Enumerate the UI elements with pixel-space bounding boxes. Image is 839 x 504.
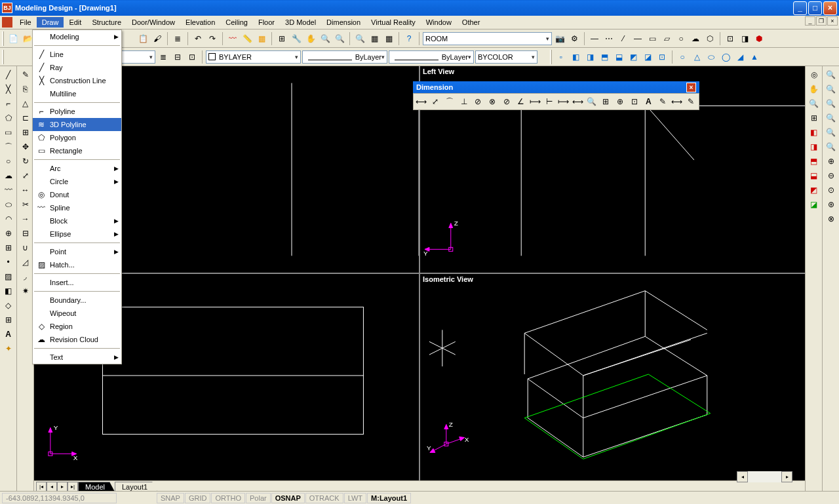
- menu-structure[interactable]: Structure: [87, 17, 127, 28]
- box-icon[interactable]: ▫: [555, 50, 568, 64]
- fillet-icon[interactable]: ◞: [19, 270, 32, 283]
- menu-item-ellipse[interactable]: Ellipse▶: [33, 227, 121, 241]
- zooms-icon[interactable]: ⊛: [825, 198, 838, 211]
- line-icon[interactable]: ╱: [2, 68, 15, 81]
- menu-item-line[interactable]: ╱Line: [33, 48, 121, 61]
- block-icon[interactable]: ⊞: [2, 241, 15, 254]
- new-icon[interactable]: 📄: [7, 32, 20, 45]
- dimtedit-icon[interactable]: ✎: [656, 95, 669, 108]
- dimrad-icon[interactable]: ⊘: [472, 95, 485, 108]
- zoome-icon[interactable]: 🔍: [825, 111, 838, 125]
- mirror-icon[interactable]: △: [19, 97, 32, 110]
- ltype3-icon[interactable]: ∕: [617, 32, 630, 45]
- zoomrt-icon[interactable]: 🔍: [825, 68, 838, 81]
- qdim-icon[interactable]: ▦: [255, 32, 268, 45]
- menu-item-insert[interactable]: Insert...: [33, 276, 121, 289]
- pan-icon[interactable]: ✋: [304, 32, 317, 45]
- menu-item-constructionline[interactable]: ╳Construction Line: [33, 74, 121, 87]
- menu-floor[interactable]: Floor: [253, 17, 280, 28]
- stretch-icon[interactable]: ↔: [19, 184, 32, 197]
- menu-other[interactable]: Other: [457, 17, 486, 28]
- status-osnap[interactable]: OSNAP: [271, 493, 305, 503]
- view2-icon[interactable]: ▦: [382, 32, 395, 45]
- plotstyle-combo[interactable]: BYCOLOR ▾: [475, 50, 537, 64]
- status-lwt[interactable]: LWT: [344, 493, 366, 503]
- tool-b-icon[interactable]: ◨: [738, 32, 751, 45]
- scroll-left-icon[interactable]: ◂: [737, 471, 748, 482]
- rect-icon[interactable]: ▭: [2, 126, 15, 139]
- dimedit-icon[interactable]: A: [642, 95, 655, 108]
- mdi-close[interactable]: ×: [827, 16, 838, 26]
- render-icon[interactable]: ⚙: [568, 32, 581, 45]
- explode-icon[interactable]: ✷: [19, 284, 32, 298]
- tool-a-icon[interactable]: ⊡: [724, 32, 737, 45]
- dimdia-icon[interactable]: ⊘: [500, 95, 513, 108]
- status-ortho[interactable]: ORTHO: [211, 493, 245, 503]
- shape-circ-icon[interactable]: ○: [674, 32, 688, 45]
- layer-state-icon[interactable]: ⊟: [171, 50, 184, 64]
- menu-doorwindow[interactable]: Door/Window: [127, 17, 180, 28]
- zoomwin-icon[interactable]: 🔍: [353, 32, 366, 45]
- menu-item-block[interactable]: Block▶: [33, 214, 121, 227]
- scale-icon[interactable]: ⤢: [19, 169, 32, 182]
- menu-virtualreality[interactable]: Virtual Reality: [366, 17, 421, 28]
- menu-window[interactable]: Window: [421, 17, 457, 28]
- qdim-icon[interactable]: ⟼: [528, 95, 541, 108]
- 3dorbit-icon[interactable]: ◎: [808, 68, 821, 81]
- join-icon[interactable]: ∪: [19, 241, 32, 254]
- menu-ceiling[interactable]: Ceiling: [220, 17, 253, 28]
- status-polar[interactable]: Polar: [246, 493, 271, 503]
- ellipse-icon[interactable]: ⬭: [2, 198, 15, 211]
- zooma-icon[interactable]: 🔍: [825, 140, 838, 153]
- dimarc-icon[interactable]: ⌒: [443, 95, 456, 108]
- dimjog-icon[interactable]: ⊗: [486, 95, 499, 108]
- rotate-icon[interactable]: ↻: [19, 155, 32, 168]
- mdi-restore[interactable]: ❐: [816, 16, 827, 26]
- measure-icon[interactable]: 〰: [226, 32, 239, 45]
- zoomc-icon[interactable]: ⊙: [825, 184, 838, 197]
- menu-item-polyline[interactable]: ⌐Polyline: [33, 105, 121, 118]
- status-mlayout1[interactable]: M:Layout1: [367, 493, 411, 503]
- vp6-icon[interactable]: ◪: [808, 198, 821, 211]
- viewport-isometric[interactable]: Isometric View: [420, 274, 805, 480]
- ltype1-icon[interactable]: —: [588, 32, 601, 45]
- status-coords[interactable]: -643.0892,11394.9345,0: [2, 493, 117, 503]
- menu-item-arc[interactable]: Arc▶: [33, 162, 121, 175]
- block-icon[interactable]: ⊞: [275, 32, 288, 45]
- dimspace-icon[interactable]: ⟷: [571, 95, 584, 108]
- menu-dimension[interactable]: Dimension: [321, 17, 366, 28]
- view1-icon[interactable]: ▦: [368, 32, 381, 45]
- gradient-icon[interactable]: ◧: [2, 284, 15, 298]
- props-icon[interactable]: 🔧: [290, 32, 303, 45]
- shape-misc-icon[interactable]: ⬡: [703, 32, 716, 45]
- zoomp-icon[interactable]: 🔍: [825, 126, 838, 139]
- tool-icon[interactable]: ✦: [2, 342, 15, 355]
- extend-icon[interactable]: →: [19, 212, 32, 225]
- array-icon[interactable]: ⊞: [19, 126, 32, 139]
- vp4-icon[interactable]: ⬓: [808, 169, 821, 182]
- layers-icon[interactable]: ≣: [171, 32, 184, 45]
- undo-icon[interactable]: ↶: [191, 32, 205, 45]
- dimang-icon[interactable]: ∠: [515, 95, 528, 108]
- ltype4-icon[interactable]: ―: [631, 32, 644, 45]
- cyl-icon[interactable]: ⬭: [705, 50, 718, 64]
- zoomd-icon[interactable]: 🔍: [825, 97, 838, 110]
- tolerance-icon[interactable]: ⊞: [600, 95, 613, 108]
- dimension-toolbar[interactable]: Dimension × ⟷ ⤢ ⌒ ⊥ ⊘ ⊗ ⊘ ∠ ⟼ ⊢ ⟼ ⟷ 🔍 ⊞ …: [413, 81, 699, 110]
- zoomi-icon[interactable]: ⊕: [825, 155, 838, 168]
- zoomw-icon[interactable]: 🔍: [825, 83, 838, 96]
- revcloud-icon[interactable]: ☁: [2, 169, 15, 182]
- zoom-icon[interactable]: 🔍: [319, 32, 332, 45]
- zoomprev-icon[interactable]: 🔍: [333, 32, 346, 45]
- break-icon[interactable]: ⊟: [19, 227, 32, 240]
- menu-item-modeling[interactable]: Modeling▶: [33, 30, 121, 43]
- camera-icon[interactable]: 📷: [553, 32, 566, 45]
- box8-icon[interactable]: ⊡: [655, 50, 669, 64]
- minimize-button[interactable]: _: [793, 1, 807, 15]
- cone-icon[interactable]: △: [690, 50, 703, 64]
- layer-tool-icon[interactable]: ⊡: [185, 50, 199, 64]
- menu-item-donut[interactable]: ◎Donut: [33, 188, 121, 201]
- spline-icon[interactable]: 〰: [2, 184, 15, 197]
- circle-icon[interactable]: ○: [2, 155, 15, 168]
- ellarc-icon[interactable]: ◠: [2, 212, 15, 225]
